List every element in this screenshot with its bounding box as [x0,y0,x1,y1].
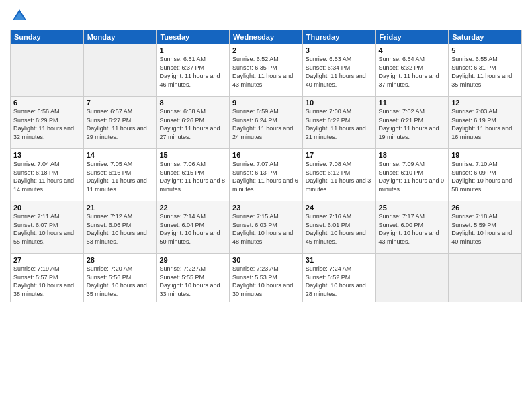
day-info: Sunrise: 6:59 AMSunset: 6:24 PMDaylight:… [232,107,300,141]
calendar-cell [11,44,84,97]
day-number: 24 [306,203,373,212]
day-number: 28 [87,256,154,264]
day-number: 22 [159,203,226,212]
calendar-cell: 29Sunrise: 7:22 AMSunset: 5:55 PMDayligh… [157,254,230,302]
week-row-3: 13Sunrise: 7:04 AMSunset: 6:18 PMDayligh… [11,149,522,201]
logo-icon [10,7,29,26]
calendar-cell: 20Sunrise: 7:11 AMSunset: 6:07 PMDayligh… [11,201,84,254]
calendar-cell: 15Sunrise: 7:06 AMSunset: 6:15 PMDayligh… [157,149,230,201]
week-row-5: 27Sunrise: 7:19 AMSunset: 5:57 PMDayligh… [11,254,522,302]
logo [10,7,32,26]
day-info: Sunrise: 7:18 AMSunset: 5:59 PMDaylight:… [451,212,519,246]
header [10,7,522,26]
calendar-cell: 1Sunrise: 6:51 AMSunset: 6:37 PMDaylight… [157,44,230,97]
weekday-monday: Monday [83,30,157,44]
day-number: 30 [232,256,300,264]
day-info: Sunrise: 7:12 AMSunset: 6:06 PMDaylight:… [87,212,154,246]
calendar-cell: 7Sunrise: 6:57 AMSunset: 6:27 PMDaylight… [83,97,157,149]
day-info: Sunrise: 7:06 AMSunset: 6:15 PMDaylight:… [159,160,226,193]
day-info: Sunrise: 7:24 AMSunset: 5:52 PMDaylight:… [306,265,373,298]
weekday-header-row: SundayMondayTuesdayWednesdayThursdayFrid… [11,30,522,44]
day-info: Sunrise: 7:03 AMSunset: 6:19 PMDaylight:… [451,107,519,141]
calendar-cell: 10Sunrise: 7:00 AMSunset: 6:22 PMDayligh… [302,97,375,149]
day-info: Sunrise: 7:23 AMSunset: 5:53 PMDaylight:… [232,265,300,298]
weekday-tuesday: Tuesday [157,30,230,44]
day-number: 27 [13,256,81,264]
day-number: 26 [451,203,519,212]
day-info: Sunrise: 6:53 AMSunset: 6:34 PMDaylight:… [306,55,373,89]
day-info: Sunrise: 6:55 AMSunset: 6:31 PMDaylight:… [451,55,519,89]
day-number: 11 [379,99,446,107]
calendar-cell: 6Sunrise: 6:56 AMSunset: 6:29 PMDaylight… [11,97,84,149]
day-number: 20 [13,203,81,212]
day-info: Sunrise: 7:10 AMSunset: 6:09 PMDaylight:… [451,160,519,193]
calendar-cell: 16Sunrise: 7:07 AMSunset: 6:13 PMDayligh… [230,149,303,201]
calendar-cell: 27Sunrise: 7:19 AMSunset: 5:57 PMDayligh… [11,254,84,302]
day-info: Sunrise: 7:00 AMSunset: 6:22 PMDaylight:… [306,107,373,141]
week-row-2: 6Sunrise: 6:56 AMSunset: 6:29 PMDaylight… [11,97,522,149]
day-number: 4 [379,46,446,54]
calendar-cell: 18Sunrise: 7:09 AMSunset: 6:10 PMDayligh… [375,149,449,201]
day-info: Sunrise: 6:58 AMSunset: 6:26 PMDaylight:… [159,107,226,141]
day-number: 6 [13,99,81,107]
calendar-cell [375,254,449,302]
day-info: Sunrise: 7:04 AMSunset: 6:18 PMDaylight:… [13,160,81,193]
calendar-cell: 25Sunrise: 7:17 AMSunset: 6:00 PMDayligh… [375,201,449,254]
day-info: Sunrise: 6:56 AMSunset: 6:29 PMDaylight:… [13,107,81,141]
day-info: Sunrise: 7:15 AMSunset: 6:03 PMDaylight:… [232,212,300,246]
day-number: 12 [451,99,519,107]
day-info: Sunrise: 7:07 AMSunset: 6:13 PMDaylight:… [232,160,300,193]
weekday-friday: Friday [375,30,449,44]
day-number: 19 [451,151,519,159]
week-row-4: 20Sunrise: 7:11 AMSunset: 6:07 PMDayligh… [11,201,522,254]
day-number: 21 [87,203,154,212]
day-info: Sunrise: 7:19 AMSunset: 5:57 PMDaylight:… [13,265,81,298]
day-number: 18 [379,151,446,159]
day-number: 14 [87,151,154,159]
day-info: Sunrise: 7:14 AMSunset: 6:04 PMDaylight:… [159,212,226,246]
day-number: 3 [306,46,373,54]
calendar-cell: 13Sunrise: 7:04 AMSunset: 6:18 PMDayligh… [11,149,84,201]
calendar-cell: 3Sunrise: 6:53 AMSunset: 6:34 PMDaylight… [302,44,375,97]
day-number: 15 [159,151,226,159]
day-info: Sunrise: 7:16 AMSunset: 6:01 PMDaylight:… [306,212,373,246]
day-info: Sunrise: 6:51 AMSunset: 6:37 PMDaylight:… [159,55,226,89]
calendar: SundayMondayTuesdayWednesdayThursdayFrid… [10,30,522,302]
day-info: Sunrise: 6:57 AMSunset: 6:27 PMDaylight:… [87,107,154,141]
weekday-wednesday: Wednesday [230,30,303,44]
day-info: Sunrise: 7:11 AMSunset: 6:07 PMDaylight:… [13,212,81,246]
day-number: 1 [159,46,226,54]
calendar-cell: 28Sunrise: 7:20 AMSunset: 5:56 PMDayligh… [83,254,157,302]
calendar-cell: 2Sunrise: 6:52 AMSunset: 6:35 PMDaylight… [230,44,303,97]
day-info: Sunrise: 7:08 AMSunset: 6:12 PMDaylight:… [306,160,373,193]
week-row-1: 1Sunrise: 6:51 AMSunset: 6:37 PMDaylight… [11,44,522,97]
calendar-cell [449,254,522,302]
calendar-cell: 8Sunrise: 6:58 AMSunset: 6:26 PMDaylight… [157,97,230,149]
day-info: Sunrise: 7:17 AMSunset: 6:00 PMDaylight:… [379,212,446,246]
day-info: Sunrise: 7:20 AMSunset: 5:56 PMDaylight:… [87,265,154,298]
calendar-cell: 12Sunrise: 7:03 AMSunset: 6:19 PMDayligh… [449,97,522,149]
calendar-cell: 26Sunrise: 7:18 AMSunset: 5:59 PMDayligh… [449,201,522,254]
day-info: Sunrise: 6:52 AMSunset: 6:35 PMDaylight:… [232,55,300,89]
calendar-cell: 9Sunrise: 6:59 AMSunset: 6:24 PMDaylight… [230,97,303,149]
calendar-cell [83,44,157,97]
day-number: 7 [87,99,154,107]
calendar-cell: 17Sunrise: 7:08 AMSunset: 6:12 PMDayligh… [302,149,375,201]
day-number: 9 [232,99,300,107]
day-number: 2 [232,46,300,54]
calendar-cell: 4Sunrise: 6:54 AMSunset: 6:32 PMDaylight… [375,44,449,97]
day-number: 23 [232,203,300,212]
day-number: 5 [451,46,519,54]
day-info: Sunrise: 7:09 AMSunset: 6:10 PMDaylight:… [379,160,446,193]
calendar-cell: 11Sunrise: 7:02 AMSunset: 6:21 PMDayligh… [375,97,449,149]
day-number: 16 [232,151,300,159]
day-info: Sunrise: 7:22 AMSunset: 5:55 PMDaylight:… [159,265,226,298]
day-info: Sunrise: 7:02 AMSunset: 6:21 PMDaylight:… [379,107,446,141]
page: SundayMondayTuesdayWednesdayThursdayFrid… [0,0,532,411]
calendar-cell: 21Sunrise: 7:12 AMSunset: 6:06 PMDayligh… [83,201,157,254]
day-number: 31 [306,256,373,264]
day-info: Sunrise: 7:05 AMSunset: 6:16 PMDaylight:… [87,160,154,193]
weekday-sunday: Sunday [11,30,84,44]
day-info: Sunrise: 6:54 AMSunset: 6:32 PMDaylight:… [379,55,446,89]
weekday-thursday: Thursday [302,30,375,44]
